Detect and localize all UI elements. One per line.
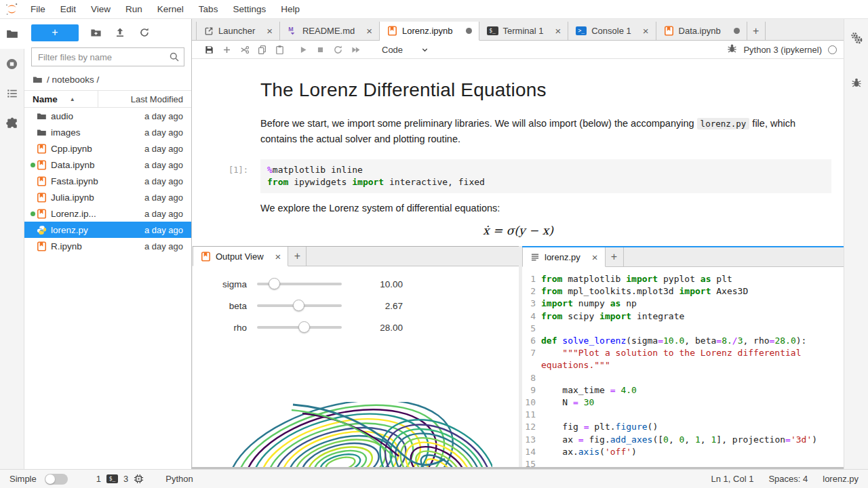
- add-tab-button[interactable]: +: [606, 247, 624, 266]
- notebook-content[interactable]: The Lorenz Differential Equations Before…: [192, 59, 844, 246]
- code-cell[interactable]: [1]: %matplotlib inlinefrom ipywidgets i…: [260, 159, 831, 193]
- tab-output-view[interactable]: Output View ×: [193, 247, 288, 266]
- slider-rho: rho28.00: [193, 317, 519, 338]
- file-row[interactable]: imagesa day ago: [24, 124, 191, 140]
- kernel-language[interactable]: Python: [165, 474, 193, 484]
- tab-console-1[interactable]: >_Console 1×: [568, 22, 656, 40]
- filter-files-input[interactable]: [31, 47, 184, 66]
- file-row[interactable]: Julia.ipynba day ago: [24, 189, 191, 205]
- restart-run-all-button[interactable]: [347, 42, 364, 57]
- paste-cells-button[interactable]: [271, 42, 288, 57]
- close-icon[interactable]: ×: [592, 252, 598, 262]
- close-icon[interactable]: ×: [555, 26, 561, 36]
- slider-handle[interactable]: [269, 278, 280, 289]
- editor-tab-bar: lorenz.py × +: [522, 246, 844, 267]
- cursor-position[interactable]: Ln 1, Col 1: [711, 474, 754, 484]
- file-row[interactable]: Lorenz.ip...a day ago: [24, 205, 191, 222]
- menu-help[interactable]: Help: [273, 3, 307, 16]
- tab-terminal-1[interactable]: $_Terminal 1×: [479, 22, 569, 40]
- menu-kernel[interactable]: Kernel: [150, 3, 191, 16]
- debugger-icon[interactable]: [727, 43, 737, 56]
- tab-data-ipynb[interactable]: Data.ipynb: [656, 22, 747, 40]
- file-row[interactable]: R.ipynba day ago: [24, 238, 191, 254]
- copy-cells-button[interactable]: [253, 42, 271, 57]
- menu-settings[interactable]: Settings: [225, 3, 273, 16]
- extensions-icon[interactable]: [0, 108, 24, 138]
- simple-mode-toggle[interactable]: [45, 474, 68, 485]
- file-row[interactable]: audioa day ago: [24, 108, 191, 124]
- cell-type-dropdown[interactable]: Code: [382, 45, 429, 55]
- menu-run[interactable]: Run: [118, 3, 150, 16]
- file-name: audio: [51, 111, 144, 121]
- folder-icon: [37, 127, 51, 138]
- line-text: equations.""": [541, 359, 844, 371]
- line-number: 5: [522, 323, 541, 335]
- restart-kernel-button[interactable]: [329, 42, 347, 57]
- tab-label: Terminal 1: [503, 26, 544, 36]
- kernel-chip-icon: [134, 474, 144, 484]
- notebook-title: The Lorenz Differential Equations: [260, 79, 831, 101]
- running-kernels-icon[interactable]: [0, 49, 24, 79]
- kernel-name[interactable]: Python 3 (ipykernel): [743, 45, 822, 55]
- file-row[interactable]: lorenz.pya day ago: [24, 222, 191, 238]
- refresh-button[interactable]: [137, 25, 152, 40]
- tab-lorenz-ipynb[interactable]: Lorenz.ipynb: [380, 22, 479, 41]
- line-text: import numpy as np: [541, 298, 844, 310]
- new-launcher-button[interactable]: +: [31, 24, 79, 41]
- tab-spaces[interactable]: Spaces: 4: [768, 474, 808, 484]
- file-name: Julia.ipynb: [51, 192, 144, 203]
- svg-text:M: M: [288, 26, 293, 33]
- notebook-icon: [37, 209, 51, 219]
- terminal-icon: $_: [106, 474, 118, 483]
- slider-track[interactable]: [257, 283, 342, 285]
- debugger-sidebar-icon[interactable]: [851, 77, 862, 91]
- line-text: ax = fig.add_axes([0, 0, 1, 1], projecti…: [541, 434, 844, 446]
- property-inspector-icon[interactable]: [850, 31, 863, 47]
- tab-launcher[interactable]: Launcher×: [196, 22, 280, 40]
- close-icon[interactable]: ×: [643, 26, 649, 36]
- cut-cells-button[interactable]: [235, 42, 253, 57]
- slider-track[interactable]: [257, 304, 342, 307]
- slider-handle[interactable]: [298, 321, 310, 333]
- cell-code: %matplotlib inlinefrom ipywidgets import…: [267, 164, 825, 188]
- close-icon[interactable]: ×: [275, 251, 281, 262]
- session-counts[interactable]: 1 $_ 3: [96, 474, 144, 484]
- line-number: 1: [522, 273, 541, 285]
- breadcrumb[interactable]: / notebooks /: [24, 72, 191, 90]
- file-modified: a day ago: [144, 192, 183, 203]
- file-browser-tab-icon[interactable]: [0, 19, 24, 49]
- file-row[interactable]: Fasta.ipynba day ago: [24, 173, 191, 189]
- menu-view[interactable]: View: [83, 3, 118, 16]
- close-icon[interactable]: ×: [267, 26, 273, 36]
- close-icon[interactable]: ×: [366, 26, 372, 36]
- notebook-icon: [37, 144, 51, 154]
- slider-handle[interactable]: [293, 300, 304, 311]
- add-tab-button[interactable]: +: [288, 247, 307, 266]
- cell-prompt: [1]:: [229, 165, 248, 175]
- new-tab-button[interactable]: +: [747, 22, 766, 40]
- menu-tabs[interactable]: Tabs: [191, 3, 226, 16]
- menu-file[interactable]: File: [23, 3, 53, 16]
- new-folder-button[interactable]: [88, 25, 103, 40]
- interrupt-kernel-button[interactable]: [311, 42, 329, 57]
- slider-track[interactable]: [257, 326, 342, 329]
- main-tab-bar: Launcher×MREADME.md×Lorenz.ipynb$_Termin…: [192, 19, 844, 41]
- upload-button[interactable]: [113, 25, 127, 40]
- code-editor[interactable]: 1from matplotlib import pyplot as plt2fr…: [522, 267, 844, 467]
- line-number: 8: [522, 372, 541, 384]
- column-name[interactable]: Name▲: [24, 91, 98, 107]
- run-cell-button[interactable]: [294, 42, 311, 57]
- table-of-contents-icon[interactable]: [0, 79, 24, 108]
- kernel-status-icon[interactable]: [828, 45, 837, 54]
- save-button[interactable]: [200, 42, 218, 57]
- file-row[interactable]: Cpp.ipynba day ago: [24, 140, 191, 157]
- column-last-modified[interactable]: Last Modified: [98, 94, 191, 104]
- tab-lorenz-py[interactable]: lorenz.py ×: [522, 247, 606, 267]
- menu-edit[interactable]: Edit: [53, 3, 83, 16]
- editor-line: 8: [522, 372, 844, 384]
- file-modified: a day ago: [144, 111, 183, 121]
- tab-readme-md[interactable]: MREADME.md×: [280, 22, 380, 40]
- file-row[interactable]: Data.ipynba day ago: [24, 157, 191, 173]
- line-number: 13: [522, 434, 541, 446]
- insert-cell-button[interactable]: [218, 42, 235, 57]
